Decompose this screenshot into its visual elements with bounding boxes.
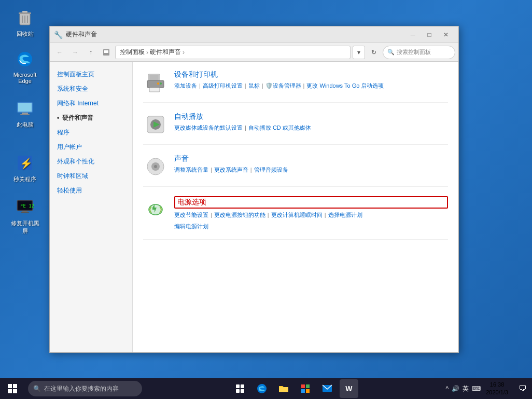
- minimize-button[interactable]: ─: [404, 27, 421, 43]
- tray-expand[interactable]: ^: [446, 385, 449, 392]
- taskbar-mail[interactable]: [318, 379, 337, 398]
- svg-point-32: [154, 165, 157, 168]
- sidebar-item-system-security[interactable]: 系统和安全: [50, 81, 132, 96]
- svg-rect-10: [20, 114, 30, 115]
- forward-button[interactable]: →: [68, 46, 82, 59]
- link-device-manager[interactable]: 🛡️设备管理器: [265, 81, 301, 91]
- sidebar-label-network: 网络和 Internet: [57, 99, 99, 108]
- sidebar-label-home: 控制面板主页: [57, 70, 94, 79]
- desktop-icon-quick-shortcuts[interactable]: ⚡ 秒关程序: [6, 150, 44, 185]
- sidebar-item-accessibility[interactable]: 轻松使用: [50, 183, 132, 198]
- link-power-btn[interactable]: 更改电源按钮的功能: [214, 210, 265, 221]
- address-dropdown[interactable]: ▾: [353, 46, 365, 59]
- link-manage-audio[interactable]: 管理音频设备: [254, 165, 288, 175]
- autoplay-title[interactable]: 自动播放: [174, 112, 448, 121]
- recycle-bin-icon: [15, 7, 35, 28]
- devices-printers-content: 设备和打印机 添加设备 | 高级打印机设置 | 鼠标 | 🛡️设备管理器 | 更…: [174, 70, 448, 91]
- up-button[interactable]: ↑: [84, 46, 97, 59]
- sidebar-item-appearance[interactable]: 外观和个性化: [50, 154, 132, 169]
- svg-rect-44: [301, 384, 305, 388]
- sidebar-item-user-accounts[interactable]: 用户帐户: [50, 140, 132, 154]
- close-button[interactable]: ✕: [438, 27, 454, 43]
- link-advanced-print[interactable]: 高级打印机设置: [203, 81, 243, 91]
- desktop-icon-recycle-bin[interactable]: 回收站: [6, 5, 44, 40]
- taskbar-task-view[interactable]: [231, 379, 249, 398]
- taskbar-file-explorer[interactable]: [274, 379, 293, 398]
- start-button[interactable]: [0, 378, 25, 399]
- tray-keyboard[interactable]: ⌨: [472, 385, 481, 392]
- notification-button[interactable]: 🗨: [513, 378, 532, 399]
- window-controls: ─ □ ✕: [404, 27, 454, 43]
- link-add-device[interactable]: 添加设备: [174, 81, 197, 91]
- category-sound: 声音 调整系统音量 | 更改系统声音 | 管理音频设备: [143, 154, 448, 187]
- devices-printers-links: 添加设备 | 高级打印机设置 | 鼠标 | 🛡️设备管理器 | 更改 Windo…: [174, 81, 448, 91]
- sidebar-label-system: 系统和安全: [57, 84, 88, 93]
- taskbar-clock[interactable]: 16:38 2020/1/3: [483, 380, 511, 398]
- recycle-bin-label: 回收站: [17, 30, 34, 38]
- sidebar-item-clock[interactable]: 时钟和区域: [50, 169, 132, 183]
- control-panel-window: 🔧 硬件和声音 ─ □ ✕ ← → ↑ 控制面板 › 硬件和声音 › ▾ ↻: [49, 26, 459, 353]
- taskbar-search-icon: 🔍: [33, 385, 41, 392]
- taskbar-search-placeholder: 在这里输入你要搜索的内容: [44, 384, 119, 393]
- svg-point-42: [257, 384, 267, 393]
- devices-printers-icon: [143, 70, 168, 95]
- taskbar-store[interactable]: [296, 379, 315, 398]
- sidebar-item-hardware[interactable]: 硬件和声音: [50, 111, 132, 125]
- taskbar-tray: ^ 🔊 英 ⌨: [444, 384, 483, 393]
- sidebar-label-hardware: 硬件和声音: [62, 113, 93, 122]
- link-change-media[interactable]: 更改媒体或设备的默认设置: [174, 123, 243, 133]
- fix-screen-icon: FE 123724: [15, 197, 35, 217]
- quick-shortcuts-label: 秒关程序: [13, 175, 36, 183]
- address-path[interactable]: 控制面板 › 硬件和声音 ›: [115, 46, 351, 59]
- window-title: 硬件和声音: [66, 30, 404, 39]
- svg-rect-1: [19, 12, 31, 14]
- svg-rect-35: [13, 384, 17, 388]
- link-power-save[interactable]: 更改节能设置: [174, 210, 208, 221]
- link-mouse[interactable]: 鼠标: [248, 81, 260, 91]
- sound-icon: [143, 154, 168, 179]
- search-box[interactable]: 🔍 搜索控制面板: [383, 46, 455, 59]
- quick-shortcuts-icon: ⚡: [15, 153, 35, 173]
- refresh-button[interactable]: ↻: [367, 46, 381, 59]
- sound-content: 声音 调整系统音量 | 更改系统声音 | 管理音频设备: [174, 154, 448, 175]
- svg-rect-47: [306, 389, 310, 393]
- link-adjust-volume[interactable]: 调整系统音量: [174, 165, 208, 175]
- tray-volume[interactable]: 🔊: [452, 385, 459, 392]
- taskbar-search[interactable]: 🔍 在这里输入你要搜索的内容: [28, 381, 142, 396]
- sidebar-item-control-panel-home[interactable]: 控制面板主页: [50, 67, 132, 81]
- sidebar-item-network[interactable]: 网络和 Internet: [50, 96, 132, 111]
- autoplay-links: 更改媒体或设备的默认设置 | 自动播放 CD 或其他媒体: [174, 123, 448, 133]
- svg-rect-45: [306, 384, 310, 388]
- maximize-button[interactable]: □: [421, 27, 438, 43]
- link-windows-to-go[interactable]: 更改 Windows To Go 启动选项: [306, 81, 384, 91]
- taskbar-edge[interactable]: [253, 379, 271, 398]
- tray-language[interactable]: 英: [463, 384, 469, 393]
- breadcrumb-part2: 硬件和声音: [150, 48, 181, 57]
- svg-rect-38: [236, 384, 240, 388]
- svg-point-25: [157, 82, 159, 85]
- link-edit-plan[interactable]: 编辑电源计划: [174, 222, 208, 232]
- taskbar-word[interactable]: W: [340, 379, 358, 398]
- link-sleep-time[interactable]: 更改计算机睡眠时间: [271, 210, 323, 221]
- link-power-plan[interactable]: 选择电源计划: [328, 210, 362, 221]
- devices-printers-title[interactable]: 设备和打印机: [174, 70, 448, 79]
- search-icon: 🔍: [387, 49, 395, 56]
- desktop-icon-edge[interactable]: Microsoft Edge: [6, 47, 44, 86]
- svg-rect-2: [22, 11, 27, 12]
- search-placeholder: 搜索控制面板: [397, 48, 431, 56]
- svg-rect-46: [301, 389, 305, 393]
- svg-rect-37: [13, 389, 17, 393]
- edge-icon: [15, 49, 35, 70]
- desktop-icon-this-pc[interactable]: 此电脑: [6, 96, 44, 131]
- sound-title[interactable]: 声音: [174, 154, 448, 163]
- taskbar: 🔍 在这里输入你要搜索的内容: [0, 378, 532, 399]
- sidebar-item-programs[interactable]: 程序: [50, 125, 132, 140]
- autoplay-icon: [143, 112, 168, 137]
- desktop-icon-fix-screen[interactable]: FE 123724 修复开机黑屏: [6, 195, 44, 237]
- link-autoplay-cd[interactable]: 自动播放 CD 或其他媒体: [248, 123, 311, 133]
- svg-text:⚡: ⚡: [20, 157, 33, 170]
- sidebar-label-appearance: 外观和个性化: [57, 157, 94, 166]
- link-change-sound[interactable]: 更改系统声音: [214, 165, 248, 175]
- back-button[interactable]: ←: [53, 46, 66, 59]
- power-title[interactable]: 电源选项: [174, 196, 448, 209]
